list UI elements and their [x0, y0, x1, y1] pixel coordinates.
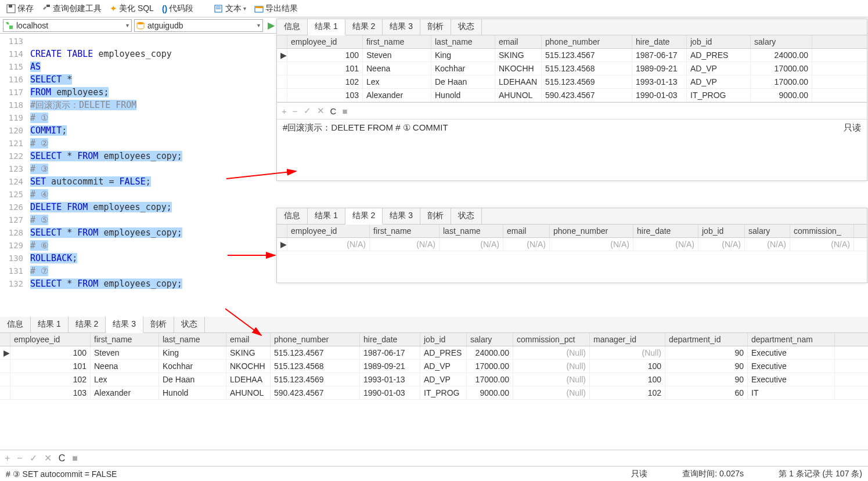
column-header[interactable]: employee_id — [10, 333, 91, 346]
column-header[interactable]: phone_number — [550, 225, 633, 237]
column-header[interactable]: first_name — [370, 225, 440, 237]
column-header[interactable]: email — [503, 225, 550, 237]
code-line[interactable]: 128SELECT * FROM employees_copy; — [0, 226, 290, 239]
code-line[interactable]: 132SELECT * FROM employees_copy; — [0, 277, 290, 290]
save-button[interactable]: 保存 — [3, 2, 37, 15]
cancel-icon[interactable]: ✕ — [317, 106, 325, 116]
delete-row-icon-b[interactable]: − — [17, 453, 22, 464]
column-header[interactable]: hire_date — [633, 225, 698, 237]
column-header[interactable]: commission_ — [790, 225, 854, 237]
code-line[interactable]: 124SET autocommit = FALSE; — [0, 175, 290, 188]
result2-grid[interactable]: employee_idfirst_namelast_nameemailphone… — [277, 225, 867, 251]
tab-analyze-2[interactable]: 剖析 — [420, 208, 451, 224]
table-row[interactable]: 101NeenaKochharNKOCHH515.123.45681989-09… — [0, 360, 868, 373]
column-header[interactable]: manager_id — [590, 333, 665, 346]
column-header[interactable]: first_name — [91, 333, 159, 346]
code-line[interactable]: 118#回滚演示：DELETE FROM — [0, 99, 290, 111]
table-row[interactable]: 101NeenaKochharNKOCHH515.123.45681989-09… — [277, 62, 867, 75]
tab-info-2[interactable]: 信息 — [277, 208, 308, 224]
add-row-icon[interactable]: + — [282, 106, 287, 116]
column-header[interactable]: first_name — [363, 35, 431, 48]
tab-info[interactable]: 信息 — [277, 19, 308, 35]
tab-result2-2[interactable]: 结果 2 — [345, 208, 383, 225]
query-builder-button[interactable]: 查询创建工具 — [38, 2, 105, 15]
tab-result1-3[interactable]: 结果 1 — [31, 317, 69, 332]
stop-icon-b[interactable]: ■ — [72, 453, 78, 464]
column-header[interactable]: email — [226, 333, 271, 346]
code-line[interactable]: 122SELECT * FROM employees_copy; — [0, 150, 290, 162]
result1-grid[interactable]: employee_idfirst_namelast_nameemailphone… — [277, 35, 867, 102]
add-row-icon-b[interactable]: + — [5, 453, 10, 464]
column-header[interactable]: commission_pct — [513, 333, 590, 346]
column-header[interactable]: phone_number — [542, 35, 632, 48]
stop-icon[interactable]: ■ — [342, 106, 347, 116]
column-header[interactable]: employee_id — [287, 225, 370, 237]
code-line[interactable]: 130ROLLBACK; — [0, 252, 290, 265]
delete-row-icon[interactable]: − — [293, 106, 298, 116]
column-header[interactable]: job_id — [420, 333, 467, 346]
tab-state-2[interactable]: 状态 — [451, 208, 482, 224]
snippet-button[interactable]: () 代码段 — [159, 2, 197, 15]
column-header[interactable]: email — [495, 35, 542, 48]
code-line[interactable]: 119# ① — [0, 111, 290, 124]
column-header[interactable]: salary — [467, 333, 513, 346]
column-header[interactable]: job_id — [687, 35, 751, 48]
cancel-icon-b[interactable]: ✕ — [44, 453, 52, 464]
tab-result2-3[interactable]: 结果 2 — [69, 317, 106, 332]
sql-editor[interactable]: 113114CREATE TABLE employees_copy115AS11… — [0, 35, 290, 319]
refresh-icon[interactable]: C — [330, 106, 337, 116]
tab-analyze[interactable]: 剖析 — [420, 19, 451, 35]
code-line[interactable]: 114CREATE TABLE employees_copy — [0, 48, 290, 60]
code-line[interactable]: 126DELETE FROM employees_copy; — [0, 201, 290, 214]
tab-result1-2[interactable]: 结果 1 — [308, 208, 345, 224]
column-header[interactable]: job_id — [698, 225, 745, 237]
table-row[interactable]: 103AlexanderHunoldAHUNOL590.423.45671990… — [277, 89, 867, 102]
refresh-icon-b[interactable]: C — [59, 453, 66, 464]
code-line[interactable]: 117FROM employees; — [0, 86, 290, 99]
column-header[interactable]: salary — [751, 35, 812, 48]
code-line[interactable]: 121# ② — [0, 137, 290, 150]
code-line[interactable]: 125# ④ — [0, 188, 290, 201]
tab-result3-2[interactable]: 结果 3 — [383, 208, 420, 224]
tab-analyze-3[interactable]: 剖析 — [143, 317, 174, 332]
tab-result3-3[interactable]: 结果 3 — [106, 317, 143, 333]
table-row[interactable]: ▶100StevenKingSKING515.123.45671987-06-1… — [0, 346, 868, 360]
column-header[interactable]: last_name — [431, 35, 495, 48]
database-select[interactable]: atguigudb — [134, 19, 263, 32]
code-line[interactable]: 131# ⑦ — [0, 265, 290, 277]
host-select[interactable]: localhost — [3, 19, 132, 32]
table-row[interactable]: 102LexDe HaanLDEHAA515.123.45691993-01-1… — [0, 373, 868, 386]
beautify-button[interactable]: ✦ 美化 SQL — [106, 2, 157, 15]
table-row[interactable]: ▶100StevenKingSKING515.123.45671987-06-1… — [277, 49, 867, 62]
column-header[interactable]: department_id — [665, 333, 748, 346]
column-header[interactable]: employee_id — [287, 35, 363, 48]
column-header[interactable]: phone_number — [271, 333, 360, 346]
tab-result1[interactable]: 结果 1 — [308, 19, 345, 35]
column-header[interactable]: hire_date — [360, 333, 420, 346]
code-line[interactable]: 116SELECT * — [0, 73, 290, 86]
tab-result3[interactable]: 结果 3 — [383, 19, 420, 35]
tab-info-3[interactable]: 信息 — [0, 317, 31, 332]
text-button[interactable]: 文本 ▾ — [211, 2, 250, 15]
export-button[interactable]: 导出结果 — [251, 2, 301, 15]
code-line[interactable]: 120COMMIT; — [0, 124, 290, 137]
tab-state-3[interactable]: 状态 — [174, 317, 205, 332]
table-row[interactable]: 103AlexanderHunoldAHUNOL590.423.45671990… — [0, 386, 868, 400]
code-line[interactable]: 113 — [0, 35, 290, 48]
column-header[interactable]: department_nam — [748, 333, 835, 346]
apply-icon-b[interactable]: ✓ — [30, 453, 37, 464]
code-line[interactable]: 127# ⑤ — [0, 214, 290, 226]
result3-grid[interactable]: employee_idfirst_namelast_nameemailphone… — [0, 333, 868, 400]
column-header[interactable]: last_name — [159, 333, 226, 346]
table-row[interactable]: ▶(N/A)(N/A)(N/A)(N/A)(N/A)(N/A)(N/A)(N/A… — [277, 238, 867, 251]
apply-icon[interactable]: ✓ — [304, 106, 311, 116]
code-line[interactable]: 115AS — [0, 60, 290, 73]
column-header[interactable]: salary — [745, 225, 790, 237]
column-header[interactable]: last_name — [440, 225, 503, 237]
table-row[interactable]: 102LexDe HaanLDEHAAN515.123.45691993-01-… — [277, 75, 867, 89]
tab-state[interactable]: 状态 — [451, 19, 482, 35]
run-button[interactable]: ▶ — [268, 20, 275, 31]
code-line[interactable]: 123# ③ — [0, 162, 290, 175]
tab-result2[interactable]: 结果 2 — [345, 19, 383, 35]
code-line[interactable]: 129# ⑥ — [0, 239, 290, 252]
